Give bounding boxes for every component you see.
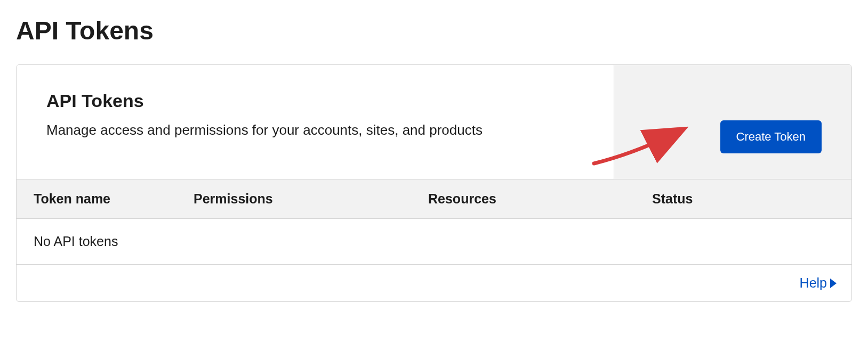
panel-header: API Tokens Manage access and permissions… — [17, 65, 851, 179]
column-resources: Resources — [428, 191, 652, 207]
caret-right-icon — [830, 279, 837, 288]
panel-description: Manage access and permissions for your a… — [46, 120, 584, 141]
column-permissions: Permissions — [194, 191, 428, 207]
table-header-row: Token name Permissions Resources Status — [17, 179, 851, 219]
create-token-button[interactable]: Create Token — [720, 120, 822, 153]
panel-subtitle: API Tokens — [46, 91, 584, 111]
panel-header-actions: Create Token — [614, 65, 851, 179]
help-label: Help — [800, 275, 827, 291]
column-status: Status — [652, 191, 834, 207]
api-tokens-panel: API Tokens Manage access and permissions… — [16, 64, 852, 302]
panel-footer: Help — [17, 265, 851, 301]
empty-state-row: No API tokens — [17, 219, 851, 265]
help-link[interactable]: Help — [800, 275, 837, 291]
page-title: API Tokens — [16, 16, 852, 45]
column-token-name: Token name — [34, 191, 194, 207]
panel-header-info: API Tokens Manage access and permissions… — [17, 65, 614, 179]
